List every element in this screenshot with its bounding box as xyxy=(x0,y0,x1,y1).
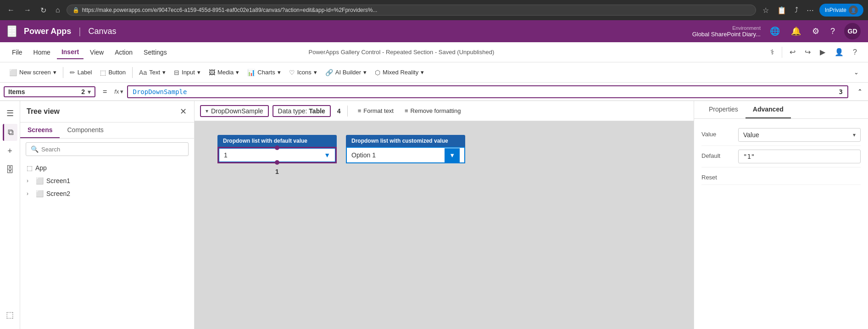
search-input[interactable] xyxy=(41,146,184,153)
main-area: ☰ ⧉ + 🗄 ⬚ Tree view ✕ Screens Components… xyxy=(0,101,868,329)
globe-button[interactable]: 🌐 xyxy=(768,24,782,38)
tree-item-screen1[interactable]: › ⬜ Screen1 xyxy=(20,174,194,187)
screen1-chevron: › xyxy=(27,178,33,184)
sidebar-media-button[interactable]: ⬚ xyxy=(2,306,17,323)
remove-formatting-button[interactable]: ≡ Remove formatting xyxy=(401,105,464,117)
value-select[interactable]: Value ▾ xyxy=(738,128,861,142)
settings-button[interactable]: ⚙ xyxy=(810,24,821,38)
sidebar-add-button[interactable]: + xyxy=(4,143,16,160)
media-button[interactable]: 🖼 Media ▾ xyxy=(205,67,243,78)
bell-button[interactable]: 🔔 xyxy=(789,24,803,38)
avatar-circle: 👤 xyxy=(849,6,858,15)
value-select-text: Value xyxy=(743,131,759,139)
new-screen-button[interactable]: ⬜ New screen ▾ xyxy=(6,67,60,78)
ai-builder-button[interactable]: 🔗 AI Builder ▾ xyxy=(322,67,370,78)
sidebar-data-button[interactable]: 🗄 xyxy=(2,162,18,178)
browser-bar: ← → ↻ ⌂ 🔒 https://make.powerapps.com/e/9… xyxy=(0,0,868,20)
help-button[interactable]: ? xyxy=(829,25,837,38)
favorites-button[interactable]: ☆ xyxy=(760,5,772,16)
rp-label-default: Default xyxy=(701,150,738,159)
dropdown-custom-field[interactable]: Option 1 ▼ xyxy=(346,147,465,163)
property-num: 2 xyxy=(81,88,85,95)
menu-home[interactable]: Home xyxy=(29,46,55,59)
menu-insert[interactable]: Insert xyxy=(57,45,83,59)
rp-row-value: Value Value ▾ xyxy=(701,124,861,146)
back-button[interactable]: ← xyxy=(5,5,17,15)
formula-sep2 xyxy=(347,106,348,117)
redo-button[interactable]: ↪ xyxy=(801,45,814,59)
formula-value[interactable]: DropDownSample xyxy=(133,88,831,95)
tab-properties[interactable]: Properties xyxy=(701,101,746,118)
sidebar-layers-button[interactable]: ⧉ xyxy=(3,124,17,141)
document-title: PowerApps Gallery Control - Repeated Sec… xyxy=(309,49,495,56)
undo-button[interactable]: ↩ xyxy=(786,45,799,59)
remove-format-icon: ≡ xyxy=(405,107,408,114)
property-name: Items xyxy=(8,88,78,95)
menu-file[interactable]: File xyxy=(7,46,27,59)
icons-button[interactable]: ♡ Icons ▾ xyxy=(285,67,321,78)
formula-num-badge: 3 xyxy=(839,88,843,95)
rp-label-value: Value xyxy=(701,128,738,138)
menu-settings[interactable]: Settings xyxy=(139,46,172,59)
tab-screens[interactable]: Screens xyxy=(20,123,60,138)
forward-button[interactable]: → xyxy=(21,5,34,15)
stethoscope-icon[interactable]: ⚕ xyxy=(767,45,778,59)
menu-action[interactable]: Action xyxy=(110,46,137,59)
tree-tabs: Screens Components xyxy=(20,123,194,139)
mixed-reality-button[interactable]: ⬡ Mixed Reality ▾ xyxy=(371,67,428,78)
fx-icon: fx xyxy=(114,88,119,95)
more-icon: ⌄ xyxy=(854,69,859,76)
collections-button[interactable]: 📋 xyxy=(774,5,789,16)
menu-bar: File Home Insert View Action Settings Po… xyxy=(0,42,868,62)
property-selector[interactable]: Items 2 ▾ xyxy=(4,86,95,97)
sidebar-menu-button[interactable]: ☰ xyxy=(3,105,17,122)
formula-bar: Items 2 ▾ = fx ▾ DropDownSample 3 ⌃ xyxy=(0,83,868,101)
media-btn-label: Media xyxy=(217,69,234,76)
format-text-button[interactable]: ≡ Format text xyxy=(354,105,397,117)
env-name: Global SharePoint Diary... xyxy=(692,31,761,38)
play-button[interactable]: ▶ xyxy=(816,45,829,59)
avatar-button[interactable]: GD xyxy=(844,23,861,39)
search-icon: 🔍 xyxy=(31,145,39,153)
button-button[interactable]: ⬚ Button xyxy=(96,67,129,78)
formula-expand-button[interactable]: ⌃ xyxy=(852,86,868,97)
tree-panel: Tree view ✕ Screens Components 🔍 ⬚ App ›… xyxy=(20,101,195,329)
handle-top xyxy=(275,145,279,150)
app-grid-button[interactable]: ☷ xyxy=(7,25,17,37)
tab-components[interactable]: Components xyxy=(60,123,111,138)
menu-view[interactable]: View xyxy=(85,46,108,59)
button-icon: ⬚ xyxy=(100,69,106,76)
formula-equals: = xyxy=(103,88,107,96)
user-button[interactable]: 👤 xyxy=(831,45,847,59)
inprivate-button[interactable]: InPrivate 👤 xyxy=(819,4,863,17)
tree-close-button[interactable]: ✕ xyxy=(179,106,188,117)
tab-advanced[interactable]: Advanced xyxy=(746,101,791,118)
label-button[interactable]: ✏ Label xyxy=(66,67,96,78)
ai-builder-btn-label: AI Builder xyxy=(335,69,361,76)
value-select-chevron: ▾ xyxy=(853,132,856,138)
mixed-reality-chevron: ▾ xyxy=(421,69,424,76)
app-name: Power Apps xyxy=(24,27,71,36)
more-insert-button[interactable]: ⌄ xyxy=(850,67,862,78)
tree-item-app[interactable]: ⬚ App xyxy=(20,162,194,174)
input-button[interactable]: ⊟ Input ▾ xyxy=(170,67,204,78)
canvas-item-pill[interactable]: ▾ DropDownSample xyxy=(200,105,269,117)
share-button[interactable]: ⤴ xyxy=(792,5,801,16)
dropdown-default-field-wrapper: 1 ▼ xyxy=(217,147,337,163)
app-label: App xyxy=(35,164,188,172)
icons-chevron: ▾ xyxy=(314,69,317,76)
text-button[interactable]: Aa Text ▾ xyxy=(135,67,169,78)
address-bar[interactable]: 🔒 https://make.powerapps.com/e/9047ecc6-… xyxy=(67,5,756,16)
charts-button[interactable]: 📊 Charts ▾ xyxy=(244,67,284,78)
refresh-button[interactable]: ↻ xyxy=(38,5,49,16)
remove-formatting-label: Remove formatting xyxy=(411,107,461,114)
home-button[interactable]: ⌂ xyxy=(53,5,63,15)
canvas-datatype-pill[interactable]: Data type: Table xyxy=(273,105,331,117)
tree-item-screen2[interactable]: › ⬜ Screen2 xyxy=(20,187,194,200)
formula-fx-button[interactable]: fx ▾ xyxy=(111,86,127,97)
help-toolbar-button[interactable]: ? xyxy=(849,46,861,59)
more-button[interactable]: ⋯ xyxy=(804,5,817,16)
default-input[interactable] xyxy=(738,150,861,163)
pill-datatype: Data type: Table xyxy=(278,107,325,115)
input-icon: ⊟ xyxy=(174,69,179,76)
